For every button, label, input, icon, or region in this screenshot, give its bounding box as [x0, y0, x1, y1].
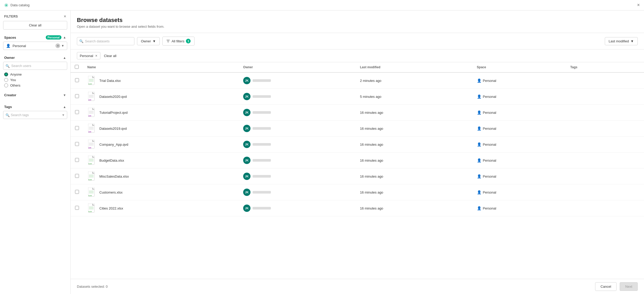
select-all-checkbox[interactable]	[75, 65, 79, 69]
owner-cell: JK	[239, 137, 356, 152]
row-checkbox-4[interactable]	[75, 142, 79, 146]
datasets-selected-label: Datasets selected: 0	[77, 285, 108, 289]
owner-cell: JK	[239, 89, 356, 105]
row-checkbox-8[interactable]	[75, 206, 79, 210]
file-cell: XLSX MiscSalesData.xlsx	[87, 171, 235, 182]
space-selector[interactable]: 👤 Personal ✕ ▼	[3, 42, 67, 50]
row-checkbox-cell	[71, 200, 83, 216]
space-selector-text: Personal	[13, 44, 53, 48]
space-name: Personal	[483, 95, 496, 99]
app-title: Data catalog	[4, 3, 30, 7]
svg-rect-21	[89, 128, 94, 128]
row-checkbox-7[interactable]	[75, 190, 79, 194]
owner-you-radio[interactable]	[4, 78, 8, 82]
search-users-icon: 🔍	[5, 64, 10, 68]
table-row: XLSX Customers.xlsx JK 16 minutes ago 👤 …	[71, 184, 644, 200]
sidebar-close-button[interactable]: ×	[64, 14, 66, 19]
space-name: Personal	[483, 174, 496, 178]
row-checkbox-cell	[71, 89, 83, 105]
name-cell: XLSX Trial Data.xlsx	[83, 72, 239, 89]
space-info: 👤 Personal	[477, 78, 562, 83]
owner-info: JK	[243, 205, 352, 212]
owner-avatar: JK	[243, 109, 250, 116]
space-name: Personal	[483, 111, 496, 115]
filters-title: FILTERS	[4, 15, 18, 18]
file-type-icon: XLSX	[87, 171, 97, 182]
owner-cell: JK	[239, 121, 356, 137]
active-filters-clear-button[interactable]: Clear all	[103, 53, 118, 59]
tags-cell	[566, 105, 644, 121]
last-modified-col-header: Last modified	[356, 62, 473, 72]
file-cell: XLSX Customers.xlsx	[87, 187, 235, 197]
search-tags-input[interactable]	[3, 111, 67, 119]
tags-section-header[interactable]: Tags ▲	[3, 102, 67, 111]
row-checkbox-5[interactable]	[75, 158, 79, 162]
row-checkbox-2[interactable]	[75, 110, 79, 114]
svg-rect-7	[89, 81, 94, 82]
row-checkbox-0[interactable]	[75, 78, 79, 82]
svg-rect-16	[89, 112, 94, 112]
row-checkbox-1[interactable]	[75, 94, 79, 98]
last-modified-sort-button[interactable]: Last modified ▼	[605, 37, 638, 45]
active-filters-bar: Personal × Clear all	[71, 49, 644, 62]
svg-rect-47	[89, 209, 94, 209]
tags-cell	[566, 168, 644, 184]
space-cell: 👤 Personal	[473, 89, 566, 105]
spaces-section-header[interactable]: Spaces Personal ▲	[3, 33, 67, 42]
space-cell: 👤 Personal	[473, 168, 566, 184]
creator-section-header[interactable]: Creator ▼	[3, 91, 67, 99]
row-checkbox-3[interactable]	[75, 126, 79, 130]
owner-avatar: JK	[243, 125, 250, 132]
owner-others-option[interactable]: Others	[4, 83, 66, 87]
svg-rect-30	[89, 159, 94, 159]
owner-others-radio[interactable]	[4, 83, 8, 87]
spaces-chevron-icon: ▲	[63, 36, 66, 39]
app-header: Data catalog ×	[0, 0, 644, 10]
table-body: XLSX Trial Data.xlsx JK 2 minutes ago 👤 …	[71, 72, 644, 216]
svg-rect-42	[89, 193, 94, 193]
last-modified-cell: 2 minutes ago	[356, 72, 473, 89]
svg-rect-22	[89, 129, 94, 129]
space-name: Personal	[483, 190, 496, 194]
personal-chip-remove-button[interactable]: ×	[95, 54, 97, 58]
space-clear-button[interactable]: ✕	[55, 43, 60, 48]
search-users-input[interactable]	[3, 62, 67, 70]
table-row: XLSX MiscSalesData.xlsx JK 16 minutes ag…	[71, 168, 644, 184]
name-cell: XLSX Cities 2022.xlsx	[83, 200, 239, 216]
all-filters-button[interactable]: All filters 1	[162, 37, 195, 46]
next-button[interactable]: Next	[620, 282, 638, 291]
name-cell: QVD TutorialProject.qvd	[83, 105, 239, 121]
owner-name-blurred	[253, 79, 271, 82]
last-modified-cell: 16 minutes ago	[356, 168, 473, 184]
name-cell: QVD Company_App.qvd	[83, 137, 239, 152]
last-modified-chevron-icon: ▼	[630, 39, 634, 43]
svg-rect-41	[89, 192, 94, 192]
creator-section: Creator ▼	[0, 91, 70, 102]
row-checkbox-cell	[71, 72, 83, 89]
space-cell: 👤 Personal	[473, 72, 566, 89]
owner-chevron-icon: ▲	[63, 56, 66, 60]
personal-filter-chip: Personal ×	[77, 52, 100, 59]
owner-section-header[interactable]: Owner ▲	[3, 53, 67, 62]
tags-section: Tags ▲ 🔍 ▼	[0, 102, 70, 122]
row-checkbox-6[interactable]	[75, 174, 79, 178]
owner-you-option[interactable]: You	[4, 78, 66, 82]
owner-filter-button[interactable]: Owner ▼	[137, 37, 160, 45]
table-row: QVD Company_App.qvd JK 16 minutes ago 👤 …	[71, 137, 644, 152]
file-cell: XLSX BudgetData.xlsx	[87, 155, 235, 166]
owner-anyone-option[interactable]: Anyone	[4, 72, 66, 76]
space-info: 👤 Personal	[477, 206, 562, 210]
name-col-header: Name	[83, 62, 239, 72]
search-datasets-wrap: 🔍	[77, 37, 134, 45]
tags-cell	[566, 200, 644, 216]
search-datasets-icon: 🔍	[79, 39, 83, 43]
spaces-badge: Personal	[46, 35, 61, 39]
search-datasets-input[interactable]	[77, 37, 134, 45]
space-name: Personal	[483, 159, 496, 162]
file-type-icon: XLSX	[87, 75, 97, 86]
cancel-button[interactable]: Cancel	[595, 282, 617, 291]
clear-all-button[interactable]: Clear all	[3, 21, 67, 30]
svg-rect-32	[89, 161, 94, 161]
app-close-button[interactable]: ×	[637, 2, 640, 8]
owner-anyone-radio[interactable]	[4, 72, 8, 76]
